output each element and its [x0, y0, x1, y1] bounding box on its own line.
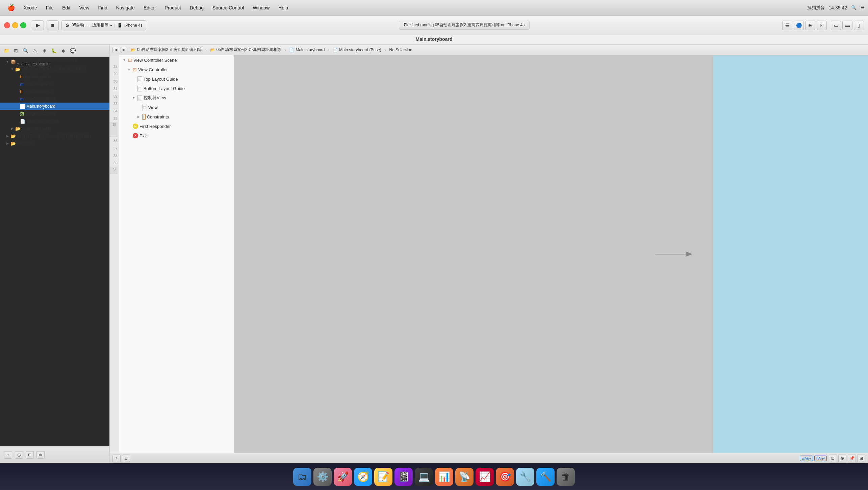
products-group[interactable]: ▶ 📂 Products	[0, 140, 109, 147]
line-num-30: 30	[110, 78, 118, 85]
menu-edit[interactable]: Edit	[58, 4, 74, 12]
symbol-nav-button[interactable]: ⊞	[11, 47, 20, 55]
stop-button[interactable]: ■	[47, 20, 59, 30]
menu-navigate[interactable]: Navigate	[112, 4, 139, 12]
viewcontroller-h[interactable]: h ViewController.h	[0, 88, 109, 95]
dock-settings2[interactable]: 🔧	[516, 468, 534, 486]
doc-outline-button[interactable]: ⊡	[122, 455, 130, 462]
search-icon[interactable]: 🔍	[851, 5, 857, 10]
dock-terminal[interactable]: 💻	[415, 468, 433, 486]
filter-button[interactable]: ⊡	[26, 451, 34, 459]
appdelegate-h[interactable]: h AppDelegate.h	[0, 73, 109, 80]
breakpoint-nav-button[interactable]: ◆	[59, 47, 68, 55]
run-button[interactable]: ▶	[32, 20, 44, 30]
top-layout-guide-item[interactable]: □ Top Layout Guide	[119, 74, 234, 84]
dock-app1[interactable]: 📊	[435, 468, 453, 486]
search-nav-button[interactable]: 🔍	[21, 47, 30, 55]
dock-trash[interactable]: 🗑	[557, 468, 575, 486]
menu-source-control[interactable]: Source Control	[208, 4, 248, 12]
main-storyboard[interactable]: ⬛ Main.storyboard	[0, 103, 109, 110]
line-num-37: 37	[110, 144, 118, 152]
align-button[interactable]: ⊞	[857, 455, 865, 462]
dock-filezilla[interactable]: 📡	[455, 468, 474, 486]
appdelegate-m[interactable]: m AppDelegate.m	[0, 80, 109, 88]
navigator-toolbar: 📁 ⊞ 🔍 ⚠ ◈ 🐛 ◆ 💬	[0, 45, 109, 57]
notification-icon[interactable]: ☰	[861, 5, 865, 10]
section-collapse-19: 19	[110, 122, 118, 137]
breadcrumb-item-1[interactable]: 📂 05自动布局案例2-距离四周距离相等	[208, 46, 283, 53]
dock-notes[interactable]: 📝	[374, 468, 392, 486]
exit-item[interactable]: X Exit	[119, 131, 234, 140]
forward-button[interactable]: ▶	[121, 47, 127, 53]
close-button[interactable]	[4, 22, 10, 28]
project-root[interactable]: ▼ 📦 05自动布局案例2-距离四周距相等 2 targets, iOS SDK…	[0, 58, 109, 65]
file-nav-button[interactable]: 📁	[2, 47, 11, 55]
back-button[interactable]: ◀	[112, 47, 119, 53]
breadcrumb-item-2[interactable]: 📄 Main.storyboard	[287, 47, 327, 53]
height-size-class[interactable]: hAny	[814, 456, 827, 461]
constraints-item[interactable]: I Constraints	[119, 112, 234, 121]
resolve-autolayout-button[interactable]: ⊕	[838, 455, 846, 462]
dock-xcode[interactable]: 🔨	[536, 468, 555, 486]
dock-app2[interactable]: 🎯	[496, 468, 514, 486]
view-icon: □	[137, 95, 142, 101]
dock-powerpoint[interactable]: 📈	[476, 468, 494, 486]
first-responder-item[interactable]: R First Responder	[119, 121, 234, 131]
navigator-toggle[interactable]: ☰	[782, 21, 792, 30]
history-button[interactable]: ◷	[15, 451, 23, 459]
breadcrumb-bar: ◀ ▶ 📂 05自动布局案例2-距离四周距离相等 › 📂 05自动布局案例2-距…	[110, 45, 868, 55]
dock-launchpad[interactable]: 🚀	[334, 468, 352, 486]
version-editor-toggle[interactable]: ⊡	[817, 21, 827, 30]
debug-nav-button[interactable]: 🐛	[49, 47, 58, 55]
main-group[interactable]: ▼ 📂 05自动布局案例2-距离四周距离相等	[0, 65, 109, 73]
supporting-files-group[interactable]: ▶ 📂 Supporting Files	[0, 125, 109, 132]
menu-xcode[interactable]: Xcode	[20, 4, 41, 12]
spacer	[15, 112, 19, 116]
view-controller-item[interactable]: ⊡ View Controller	[119, 65, 234, 74]
pin-button[interactable]: 📌	[848, 455, 856, 462]
viewcontroller-m[interactable]: m ViewController.m	[0, 95, 109, 103]
breadcrumb-item-3[interactable]: 📄 Main.storyboard (Base)	[331, 47, 383, 53]
log-nav-button[interactable]: 💬	[68, 47, 77, 55]
update-frames-button[interactable]: ⊡	[829, 455, 837, 462]
storyboard-canvas[interactable]	[234, 55, 713, 453]
dock-system-prefs[interactable]: ⚙️	[313, 468, 332, 486]
bottom-layout-guide-item[interactable]: □ Bottom Layout Guide	[119, 84, 234, 93]
menu-view[interactable]: View	[75, 4, 93, 12]
breadcrumb-item-4[interactable]: No Selection	[387, 47, 414, 53]
menu-editor[interactable]: Editor	[139, 4, 160, 12]
dock-safari[interactable]: 🧭	[354, 468, 372, 486]
tests-group[interactable]: ▶ 📂 05自动布局案例2-……四周距离相等Tests	[0, 132, 109, 140]
add-file-button[interactable]: +	[4, 451, 12, 459]
view-item[interactable]: □ View	[119, 103, 234, 112]
scene-header[interactable]: ⊡ View Controller Scene	[119, 55, 234, 65]
assistant-toggle[interactable]: ⊕	[805, 21, 815, 30]
right-panel-toggle[interactable]: ▯	[854, 21, 864, 30]
menu-find[interactable]: Find	[94, 4, 111, 12]
menu-debug[interactable]: Debug	[186, 4, 208, 12]
maximize-button[interactable]	[20, 22, 26, 28]
apple-menu[interactable]: 🍎	[3, 4, 19, 11]
menu-window[interactable]: Window	[249, 4, 274, 12]
controller-view-item[interactable]: □ 控制器View	[119, 93, 234, 103]
images-xcassets[interactable]: 🖼 Images.xcassets	[0, 110, 109, 117]
menu-file[interactable]: File	[42, 4, 58, 12]
dock-finder[interactable]: 🗂	[293, 468, 311, 486]
bottom-panel-toggle[interactable]: ▬	[842, 21, 852, 30]
minimize-button[interactable]	[12, 22, 18, 28]
width-size-class[interactable]: wAny	[800, 456, 813, 461]
launchscreen-xib[interactable]: 📄 LaunchScreen.xib	[0, 117, 109, 125]
add-object-button[interactable]: +	[112, 455, 121, 462]
segue-arrow	[652, 244, 692, 264]
menu-help[interactable]: Help	[274, 4, 292, 12]
menu-product[interactable]: Product	[161, 4, 185, 12]
dock-onenote[interactable]: 📓	[394, 468, 413, 486]
scope-button[interactable]: ⊕	[36, 451, 45, 459]
breakpoints-toggle[interactable]: 🔵	[794, 21, 804, 30]
left-panel-toggle[interactable]: ▭	[831, 21, 841, 30]
breadcrumb-item-0[interactable]: 📂 05自动布局案例2-距离四周距离相等	[129, 46, 204, 53]
scheme-selector[interactable]: ⚙ 05自动……边距相等 ▸ | 📱 iPhone 4s	[61, 20, 146, 30]
size-class-selector[interactable]: wAny hAny	[800, 456, 827, 461]
test-nav-button[interactable]: ◈	[40, 47, 49, 55]
issue-nav-button[interactable]: ⚠	[30, 47, 39, 55]
